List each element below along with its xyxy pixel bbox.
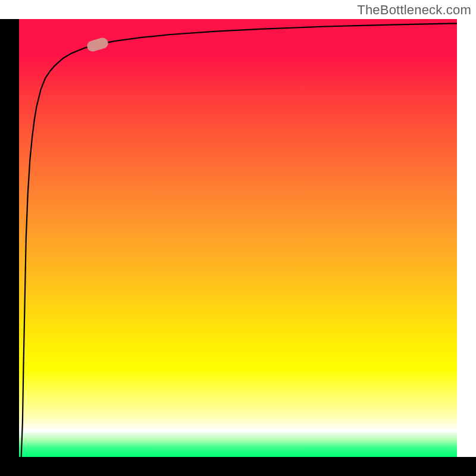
plot-area [19,19,457,457]
main-curve [21,23,457,457]
curve-layer [19,19,457,457]
watermark-text: TheBottleneck.com [357,2,471,18]
y-axis [0,19,19,457]
x-axis [0,457,476,476]
chart-frame: TheBottleneck.com [0,0,476,476]
